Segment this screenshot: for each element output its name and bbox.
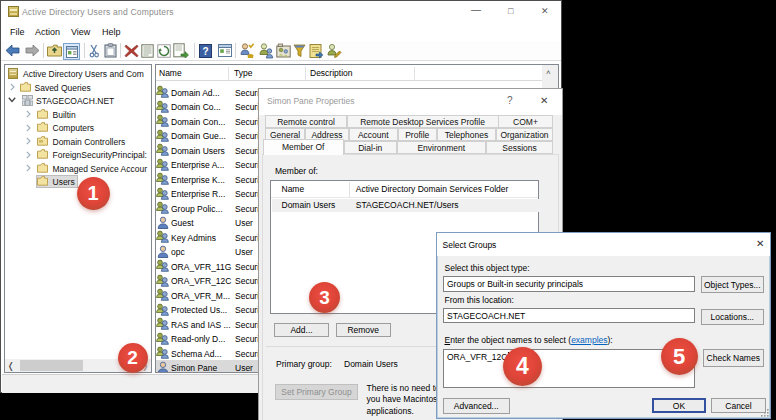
svg-text:?: ? [202,46,208,57]
